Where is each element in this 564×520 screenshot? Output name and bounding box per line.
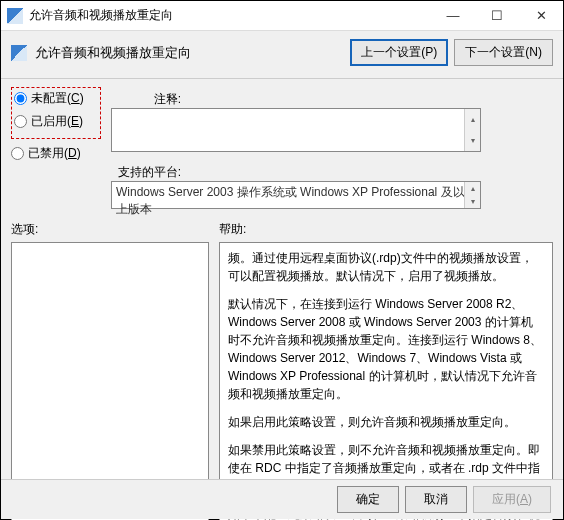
lower-panels: 选项: 帮助: 频。通过使用远程桌面协议(.rdp)文件中的视频播放设置，可以配… [11,221,553,520]
policy-dialog: 允许音频和视频播放重定向 — ☐ ✕ 允许音频和视频播放重定向 上一个设置(P)… [0,0,564,520]
platform-label: 支持的平台: [111,164,181,181]
comment-label: 注释: [111,91,181,108]
titlebar: 允许音频和视频播放重定向 — ☐ ✕ [1,1,563,31]
radio-enabled-input[interactable] [14,115,27,128]
radio-disabled[interactable]: 已禁用(D) [11,145,101,162]
window-title: 允许音频和视频播放重定向 [29,7,431,24]
cancel-button[interactable]: 取消 [405,486,467,513]
top-fields: 注释: ▴▾ 支持的平台: Windows Server 2003 操作系统或 … [111,87,553,209]
state-radios: 未配置(C) 已启用(E) 已禁用(D) [11,87,101,168]
radio-not-configured-input[interactable] [14,92,27,105]
chevron-up-icon[interactable]: ▴ [465,109,480,130]
ok-button[interactable]: 确定 [337,486,399,513]
chevron-down-icon[interactable]: ▾ [465,195,480,208]
radio-disabled-input[interactable] [11,147,24,160]
minimize-button[interactable]: — [431,1,475,31]
comment-scroll[interactable]: ▴▾ [464,109,480,151]
highlighted-region: 未配置(C) 已启用(E) [11,87,101,139]
close-button[interactable]: ✕ [519,1,563,31]
header-icon [11,45,27,61]
chevron-down-icon[interactable]: ▾ [465,130,480,151]
apply-button: 应用(A) [473,486,551,513]
comment-textarea[interactable]: ▴▾ [111,108,481,152]
dialog-body: 未配置(C) 已启用(E) 已禁用(D) 注释: ▴▾ 支持的平台: [1,79,563,520]
radio-not-configured[interactable]: 未配置(C) [14,90,98,107]
help-label: 帮助: [219,221,553,238]
chevron-up-icon[interactable]: ▴ [465,182,480,195]
header-title: 允许音频和视频播放重定向 [35,44,342,62]
dialog-footer: 确定 取消 应用(A) [1,479,563,519]
help-text: 如果启用此策略设置，则允许音频和视频播放重定向。 [228,413,544,431]
maximize-button[interactable]: ☐ [475,1,519,31]
help-text: 默认情况下，在连接到运行 Windows Server 2008 R2、Wind… [228,295,544,403]
platform-text: Windows Server 2003 操作系统或 Windows XP Pro… [111,181,481,209]
dialog-header: 允许音频和视频播放重定向 上一个设置(P) 下一个设置(N) [1,31,563,79]
platform-scroll[interactable]: ▴▾ [464,182,480,208]
help-text: 频。通过使用远程桌面协议(.rdp)文件中的视频播放设置，可以配置视频播放。默认… [228,249,544,285]
next-setting-button[interactable]: 下一个设置(N) [454,39,553,66]
app-icon [7,8,23,24]
radio-enabled[interactable]: 已启用(E) [14,113,98,130]
options-label: 选项: [11,221,209,238]
previous-setting-button[interactable]: 上一个设置(P) [350,39,448,66]
